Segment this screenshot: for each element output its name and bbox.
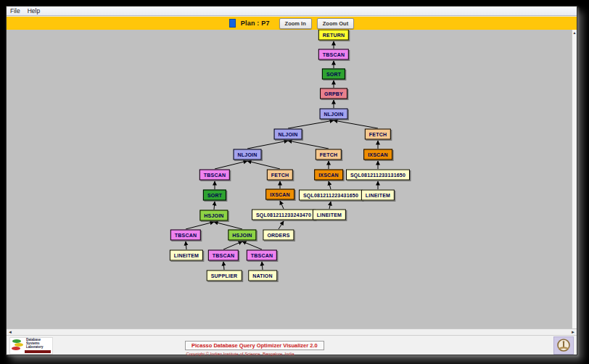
zoom-in-button[interactable]: Zoom In	[279, 18, 312, 29]
plan-color-swatch	[229, 19, 236, 28]
dsl-logo-red-disc	[12, 347, 20, 350]
iisc-emblem-icon	[553, 336, 574, 355]
menu-help[interactable]: Help	[28, 7, 40, 15]
dsl-logo: Database Systems Laboratory	[9, 337, 53, 355]
plan-node-sort[interactable]: SORT	[322, 69, 345, 80]
app-window: File Help Plan : P7 Zoom In Zoom Out RET…	[6, 6, 577, 355]
plan-node-sql081211233243470[interactable]: SQL081211233243470	[252, 210, 316, 220]
plan-node-nation[interactable]: NATION	[248, 270, 277, 281]
plan-node-grpby[interactable]: GRPBY	[320, 88, 347, 99]
plan-node-lineitem[interactable]: LINEITEM	[361, 190, 395, 201]
plan-label: Plan : P7	[241, 20, 270, 27]
plan-node-nljoin[interactable]: NLJOIN	[274, 129, 302, 140]
copyright-text: Copyright © Indian Institute of Science,…	[185, 352, 295, 356]
toolbar: Plan : P7 Zoom In Zoom Out	[7, 17, 577, 30]
horizontal-scrollbar[interactable]: ◄ ►	[7, 328, 577, 335]
plan-canvas: RETURNTBSCANSORTGRPBYNLJOINNLJOINFETCHNL…	[7, 30, 577, 328]
plan-node-tbscan[interactable]: TBSCAN	[318, 49, 349, 60]
scroll-up-icon[interactable]: ▲	[572, 30, 577, 35]
plan-node-sort[interactable]: SORT	[203, 190, 226, 201]
plan-node-tbscan[interactable]: TBSCAN	[247, 250, 277, 261]
zoom-out-button[interactable]: Zoom Out	[317, 18, 354, 29]
plan-node-supplier[interactable]: SUPPLIER	[207, 270, 242, 281]
plan-node-lineitem[interactable]: LINEITEM	[170, 250, 203, 261]
scroll-right-icon[interactable]: ►	[571, 329, 575, 335]
footer-bar: Database Systems Laboratory Picasso Data…	[7, 335, 577, 355]
plan-node-ixscan[interactable]: IXSCAN	[265, 189, 294, 200]
plan-node-fetch[interactable]: FETCH	[267, 170, 293, 181]
plan-node-nljoin[interactable]: NLJOIN	[320, 109, 348, 120]
scroll-left-icon[interactable]: ◄	[8, 329, 12, 335]
plan-node-sql081211223431650[interactable]: SQL081211223431650	[299, 190, 363, 201]
plan-node-ixscan[interactable]: IXSCAN	[314, 170, 343, 181]
dsl-logo-banner	[25, 350, 51, 353]
menu-file[interactable]: File	[10, 7, 20, 15]
plan-node-layer: RETURNTBSCANSORTGRPBYNLJOINNLJOINFETCHNL…	[7, 30, 572, 328]
plan-node-hsjoin[interactable]: HSJOIN	[199, 210, 228, 221]
plan-node-ixscan[interactable]: IXSCAN	[363, 149, 392, 160]
vertical-scrollbar[interactable]: ▲	[572, 30, 577, 328]
plan-node-sql081211233131650[interactable]: SQL081211233131650	[346, 170, 410, 181]
plan-node-tbscan[interactable]: TBSCAN	[208, 250, 239, 261]
plan-node-tbscan[interactable]: TBSCAN	[170, 230, 201, 241]
plan-node-fetch[interactable]: FETCH	[316, 149, 342, 160]
plan-node-return[interactable]: RETURN	[318, 30, 349, 41]
plan-node-fetch[interactable]: FETCH	[365, 129, 391, 140]
plan-node-nljoin[interactable]: NLJOIN	[234, 149, 262, 160]
plan-node-hsjoin[interactable]: HSJOIN	[228, 230, 256, 241]
footer-center: Picasso Database Query Optimizer Visuali…	[185, 337, 295, 356]
app-title: Picasso Database Query Optimizer Visuali…	[185, 341, 324, 350]
plan-node-tbscan[interactable]: TBSCAN	[199, 170, 230, 181]
plan-node-lineitem[interactable]: LINEITEM	[313, 210, 346, 220]
menu-bar: File Help	[7, 7, 577, 16]
plan-node-orders[interactable]: ORDERS	[263, 230, 294, 241]
dsl-logo-text: Database Systems Laboratory	[26, 339, 44, 349]
